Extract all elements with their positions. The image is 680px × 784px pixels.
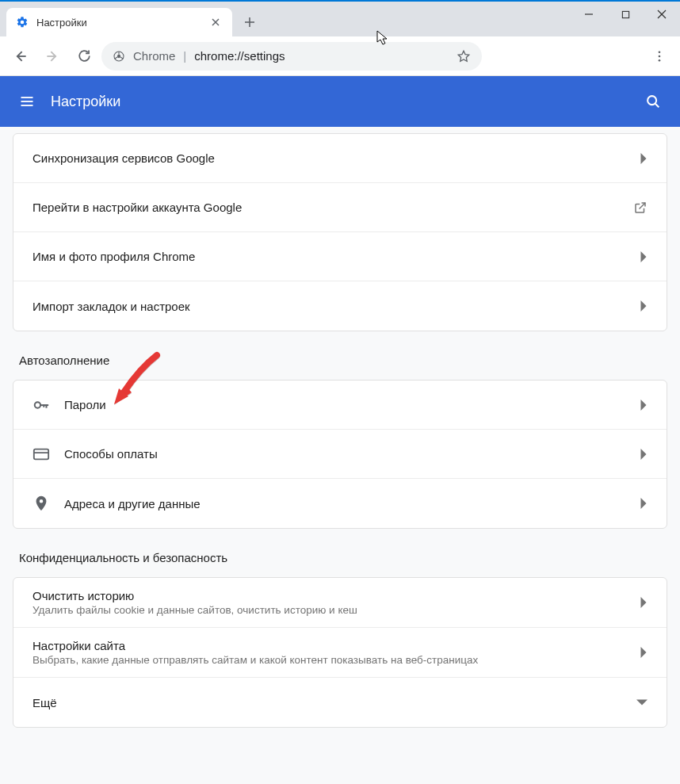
row-site-settings[interactable]: Настройки сайта Выбрать, какие данные от…: [13, 628, 667, 678]
browser-tab-settings[interactable]: Настройки: [6, 8, 232, 36]
svg-marker-27: [641, 300, 647, 312]
open-external-icon: [633, 201, 648, 215]
menu-icon[interactable]: [16, 90, 38, 113]
svg-point-11: [117, 54, 120, 57]
settings-content: Синхронизация сервисов Google Перейти в …: [0, 127, 680, 784]
svg-marker-39: [636, 700, 648, 706]
browser-menu-button[interactable]: [645, 42, 674, 71]
gear-icon: [16, 16, 29, 29]
svg-rect-5: [622, 11, 628, 17]
omnibox-scheme: Chrome: [133, 49, 175, 63]
row-label: Перейти в настройки аккаунта Google: [32, 201, 633, 214]
chevron-right-icon: [640, 647, 648, 658]
tab-title: Настройки: [36, 17, 87, 29]
svg-point-16: [659, 51, 661, 53]
sync-card: Синхронизация сервисов Google Перейти в …: [13, 133, 667, 331]
chevron-down-icon: [636, 698, 648, 706]
svg-marker-26: [641, 251, 647, 262]
chevron-right-icon: [640, 597, 648, 608]
new-tab-button[interactable]: [239, 11, 261, 33]
svg-point-17: [659, 55, 661, 57]
chevron-right-icon: [640, 300, 648, 312]
appbar-title: Настройки: [51, 94, 120, 110]
chevron-right-icon: [640, 400, 648, 411]
tab-strip: Настройки: [0, 2, 680, 36]
location-icon: [32, 495, 64, 512]
row-label: Ещё: [32, 696, 636, 709]
svg-marker-37: [641, 597, 647, 608]
row-label: Имя и фото профиля Chrome: [32, 250, 640, 263]
window-minimize-button[interactable]: [571, 2, 607, 27]
svg-rect-31: [43, 404, 44, 407]
svg-marker-24: [641, 153, 647, 164]
search-icon[interactable]: [642, 90, 664, 113]
row-label: Очистить историю: [32, 589, 640, 602]
window-controls: [571, 2, 680, 27]
back-button[interactable]: [6, 42, 35, 71]
svg-rect-33: [34, 449, 48, 459]
row-sublabel: Удалить файлы cookie и данные сайтов, оч…: [32, 604, 640, 616]
section-title-privacy: Конфиденциальность и безопасность: [6, 529, 674, 577]
chevron-right-icon: [640, 498, 648, 509]
row-label: Пароли: [64, 398, 640, 411]
row-sublabel: Выбрать, какие данные отправлять сайтам …: [32, 654, 640, 666]
chevron-right-icon: [640, 251, 648, 262]
key-icon: [32, 396, 64, 414]
svg-line-14: [120, 57, 123, 59]
svg-point-22: [648, 96, 656, 105]
row-label: Настройки сайта: [32, 639, 640, 652]
svg-point-28: [35, 402, 40, 407]
window-maximize-button[interactable]: [607, 2, 644, 27]
row-more[interactable]: Ещё: [13, 678, 667, 727]
svg-rect-30: [46, 404, 48, 408]
svg-marker-35: [641, 449, 647, 460]
row-label: Импорт закладок и настроек: [32, 300, 640, 313]
settings-appbar: Настройки: [0, 76, 680, 127]
row-sync-services[interactable]: Синхронизация сервисов Google: [13, 134, 667, 183]
address-bar[interactable]: Chrome | chrome://settings: [101, 42, 482, 71]
reload-button[interactable]: [70, 42, 98, 71]
row-google-account[interactable]: Перейти в настройки аккаунта Google: [13, 183, 667, 232]
row-label: Способы оплаты: [64, 447, 640, 461]
svg-line-23: [655, 104, 659, 108]
autofill-card: Пароли Способы оплаты Адреса и другие да…: [13, 380, 667, 529]
chevron-right-icon: [640, 153, 648, 164]
row-import-bookmarks[interactable]: Импорт закладок и настроек: [13, 281, 667, 331]
row-profile-name[interactable]: Имя и фото профиля Chrome: [13, 232, 667, 281]
svg-line-25: [640, 203, 646, 209]
svg-point-18: [659, 59, 661, 61]
omnibox-url: chrome://settings: [194, 49, 285, 63]
chrome-icon: [113, 50, 125, 63]
privacy-card: Очистить историю Удалить файлы cookie и …: [13, 577, 667, 728]
row-label: Адреса и другие данные: [64, 497, 640, 511]
row-addresses[interactable]: Адреса и другие данные: [13, 479, 667, 528]
row-label: Синхронизация сервисов Google: [32, 151, 640, 165]
row-clear-history[interactable]: Очистить историю Удалить файлы cookie и …: [13, 578, 667, 628]
svg-marker-36: [641, 498, 647, 509]
forward-button[interactable]: [38, 42, 67, 71]
svg-marker-32: [641, 400, 647, 411]
svg-marker-15: [458, 51, 469, 61]
credit-card-icon: [32, 446, 64, 463]
tab-close-icon[interactable]: [208, 15, 223, 29]
omnibox-sep: |: [183, 49, 186, 63]
row-payment[interactable]: Способы оплаты: [13, 430, 667, 479]
window-close-button[interactable]: [644, 2, 680, 27]
svg-line-13: [115, 57, 117, 59]
row-passwords[interactable]: Пароли: [13, 381, 667, 430]
svg-marker-38: [641, 647, 647, 658]
section-title-autofill: Автозаполнение: [6, 331, 674, 380]
bookmark-star-icon[interactable]: [457, 49, 471, 63]
chevron-right-icon: [640, 449, 648, 460]
browser-toolbar: Chrome | chrome://settings: [0, 36, 680, 76]
